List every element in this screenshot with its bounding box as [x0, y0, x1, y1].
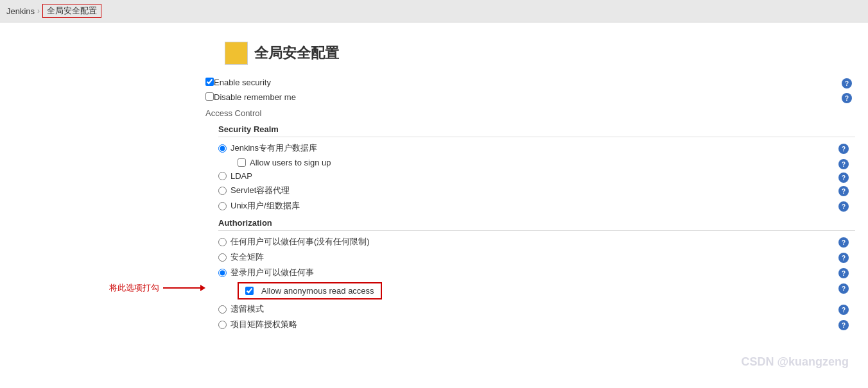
auth-option-4: 遗留模式 ?	[218, 303, 855, 315]
disable-remember-me-row: Disable remember me ?	[205, 92, 855, 102]
allow-signup-label: Allow users to sign up	[250, 158, 331, 167]
page-header: 全局安全配置	[0, 35, 868, 78]
auth-label-5: 项目矩阵授权策略	[230, 319, 297, 330]
auth-option-2: 安全矩阵 ?	[218, 251, 855, 263]
disable-remember-help-icon[interactable]: ?	[842, 93, 852, 103]
security-realm-help-2[interactable]: ?	[838, 173, 849, 183]
auth-option-5: 项目矩阵授权策略 ?	[218, 319, 855, 330]
auth-radio-4[interactable]	[218, 305, 227, 314]
breadcrumb-current: 全局安全配置	[42, 4, 101, 18]
page-title: 全局安全配置	[254, 44, 339, 63]
allow-anonymous-row: 将此选项打勾 Allow anonymous read access ?	[238, 282, 855, 299]
enable-security-help-icon[interactable]: ?	[842, 78, 852, 89]
security-realm-help-1[interactable]: ?	[838, 144, 849, 154]
security-realm-radio-4[interactable]	[218, 202, 227, 210]
security-realm-option-1: Jenkins专有用户数据库 ?	[218, 142, 855, 154]
security-realm-section: Security Realm Jenkins专有用户数据库 ? Allow us…	[218, 124, 855, 212]
disable-remember-checkbox[interactable]	[205, 92, 214, 101]
auth-radio-1[interactable]	[218, 238, 227, 246]
security-realm-header: Security Realm	[218, 124, 855, 137]
auth-radio-5[interactable]	[218, 321, 227, 329]
form-container: Enable security ? Disable remember me ? …	[0, 78, 868, 330]
security-realm-radio-1[interactable]	[218, 144, 227, 153]
authorization-header: Authorization	[218, 218, 855, 231]
access-control-label: Access Control	[205, 108, 261, 118]
auth-help-4[interactable]: ?	[838, 305, 849, 315]
security-realm-help-3[interactable]: ?	[838, 186, 849, 196]
enable-security-label: Enable security	[214, 78, 271, 87]
allow-signup-checkbox[interactable]	[238, 158, 246, 167]
enable-security-row: Enable security ?	[205, 78, 855, 87]
disable-remember-label: Disable remember me	[214, 92, 296, 102]
annotation-arrow	[163, 287, 202, 289]
auth-label-4: 遗留模式	[230, 303, 264, 315]
security-realm-option-2: LDAP ?	[218, 171, 855, 181]
security-realm-help-4[interactable]: ?	[838, 201, 849, 212]
auth-help-1[interactable]: ?	[838, 237, 849, 248]
breadcrumb-bar: Jenkins › 全局安全配置	[0, 0, 868, 22]
shield-icon	[225, 42, 248, 65]
allow-anonymous-checkbox-container: Allow anonymous read access	[238, 282, 382, 299]
auth-label-2: 安全矩阵	[230, 251, 264, 263]
security-realm-radio-2[interactable]	[218, 172, 227, 180]
security-realm-radio-3[interactable]	[218, 187, 227, 195]
access-control-row: Access Control	[205, 108, 855, 118]
auth-option-3: 登录用户可以做任何事 ?	[218, 267, 855, 278]
security-realm-label-3: Servlet容器代理	[230, 185, 290, 196]
auth-help-2[interactable]: ?	[838, 253, 849, 263]
allow-signup-help[interactable]: ?	[838, 159, 849, 169]
security-realm-option-4: Unix用户/组数据库 ?	[218, 200, 855, 212]
security-realm-option-3: Servlet容器代理 ?	[218, 185, 855, 196]
auth-radio-2[interactable]	[218, 253, 227, 262]
allow-anonymous-label: Allow anonymous read access	[261, 286, 374, 296]
security-realm-label-4: Unix用户/组数据库	[230, 200, 300, 212]
auth-help-3[interactable]: ?	[838, 268, 849, 278]
annotation-text: 将此选项打勾	[109, 282, 159, 294]
allow-anonymous-checkbox[interactable]	[245, 287, 254, 295]
auth-help-5[interactable]: ?	[838, 320, 849, 330]
security-realm-label-1: Jenkins专有用户数据库	[230, 142, 317, 154]
allow-anonymous-help[interactable]: ?	[838, 283, 849, 294]
breadcrumb-home[interactable]: Jenkins	[6, 6, 35, 16]
security-realm-label-2: LDAP	[230, 171, 252, 181]
allow-signup-row: Allow users to sign up ?	[238, 158, 855, 167]
main-content: 全局安全配置 Enable security ? Disable remembe…	[0, 22, 868, 388]
breadcrumb-separator: ›	[37, 6, 40, 15]
auth-label-3: 登录用户可以做任何事	[230, 267, 314, 278]
authorization-section: Authorization 任何用户可以做任何事(没有任何限制) ? 安全矩阵 …	[218, 218, 855, 330]
auth-radio-3[interactable]	[218, 269, 227, 277]
enable-security-checkbox[interactable]	[205, 78, 214, 86]
annotation: 将此选项打勾	[109, 282, 202, 294]
auth-option-1: 任何用户可以做任何事(没有任何限制) ?	[218, 236, 855, 248]
auth-label-1: 任何用户可以做任何事(没有任何限制)	[230, 236, 370, 248]
